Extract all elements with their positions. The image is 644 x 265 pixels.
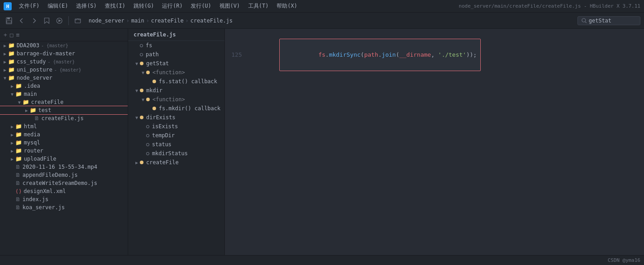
outline-item-tempDir[interactable]: tempDir <box>128 131 224 140</box>
svg-point-16 <box>147 152 149 155</box>
outline-item-getStat-cb[interactable]: fs.stat() callback <box>128 77 224 86</box>
outline-item-mkdir-fn[interactable]: ▼ <function> <box>128 95 224 104</box>
code-fs: fs <box>318 51 326 58</box>
svg-point-15 <box>147 143 149 146</box>
svg-point-9 <box>582 18 586 22</box>
toolbar: node_server › main › createFile › create… <box>0 13 644 29</box>
sidebar-item-xml[interactable]: ⟨⟩ designXml.xml <box>0 187 128 195</box>
outline-item-dirExists[interactable]: ▼ dirExists <box>128 113 224 122</box>
sidebar-label-xml: designXml.xml <box>23 188 66 194</box>
sidebar-item-html[interactable]: ▶ 📁 html <box>0 122 128 130</box>
status-bar-credit: CSDN @yma16 <box>608 257 640 263</box>
breadcrumb-file[interactable]: createFile.js <box>190 18 233 24</box>
sidebar-item-index[interactable]: 🗎 index.js <box>0 195 128 203</box>
tree-arrow-upload: ▶ <box>9 157 15 162</box>
main-layout: + □ ≡ ▶ 📁 DDA2003 - {master} ▶ 📁 barrage… <box>0 29 644 255</box>
branch-badge-uni: - {master} <box>54 67 81 72</box>
outline-item-path[interactable]: path <box>128 50 224 59</box>
menu-edit[interactable]: 编辑(E) <box>44 1 72 11</box>
menu-select[interactable]: 选择(S) <box>72 1 100 11</box>
outline-item-createFile[interactable]: ▶ createFile <box>128 158 224 167</box>
sidebar-item-idea[interactable]: ▶ 📁 .idea <box>0 82 128 90</box>
outline-label-mkdir-cb: fs.mkdir() callback <box>159 105 220 112</box>
sidebar-item-barrage[interactable]: ▶ 📁 barrage-div-master <box>0 49 128 58</box>
tree-arrow-router: ▶ <box>9 148 15 153</box>
menu-publish[interactable]: 发行(U) <box>187 1 215 11</box>
window-title: node_server/main/createFile/createFile.j… <box>459 3 640 9</box>
sidebar-label-uni: uni_posture <box>17 67 52 73</box>
sidebar-item-createfile-dir[interactable]: ▼ 📁 createFile <box>0 98 128 106</box>
sidebar-label-upload: uploadFile <box>24 156 56 162</box>
play-button[interactable] <box>54 15 65 26</box>
sidebar-item-node-server[interactable]: ▼ 📁 node_server <box>0 74 128 82</box>
menu-tools[interactable]: 工具(T) <box>245 1 273 11</box>
tree-arrow-uni: ▶ <box>2 67 8 72</box>
sidebar-item-media[interactable]: ▶ 📁 media <box>0 130 128 139</box>
outline-arrow-createFile: ▶ <box>134 160 140 165</box>
outline-item-isExists[interactable]: isExists <box>128 122 224 131</box>
sidebar-layout-btn[interactable]: □ <box>10 31 13 38</box>
status-bar: CSDN @yma16 <box>0 255 644 265</box>
sidebar-item-koa[interactable]: 🗎 koa_server.js <box>0 203 128 211</box>
sidebar-item-test[interactable]: ▶ 📁 test <box>0 106 128 114</box>
tree-arrow-html: ▶ <box>9 124 15 129</box>
menu-run[interactable]: 运行(R) <box>158 1 186 11</box>
menu-file[interactable]: 文件(F) <box>15 1 43 11</box>
outline-item-mkdir[interactable]: ▼ mkdir <box>128 86 224 95</box>
forward-button[interactable] <box>29 15 40 26</box>
tree-arrow-css: ▶ <box>2 59 8 64</box>
sidebar-item-writestream[interactable]: 🗎 createWriteSreamDemo.js <box>0 179 128 187</box>
sidebar-item-appendfile[interactable]: 🗎 appendFileDemo.js <box>0 171 128 179</box>
code-path: path <box>364 51 378 58</box>
svg-line-10 <box>586 22 587 23</box>
sidebar-item-css-study[interactable]: ▶ 📁 css_study - {master} <box>0 58 128 66</box>
toolbar-search[interactable]: getStat <box>577 16 640 25</box>
outline-item-fs[interactable]: fs <box>128 41 224 50</box>
outline-label-path: path <box>146 51 159 58</box>
bookmark-button[interactable] <box>41 15 52 26</box>
tree-arrow-node: ▼ <box>2 76 8 81</box>
sidebar-item-main[interactable]: ▼ 📁 main <box>0 90 128 98</box>
breadcrumb-node-server[interactable]: node_server <box>89 18 124 24</box>
sidebar-item-router[interactable]: ▶ 📁 router <box>0 147 128 155</box>
folder-icon-node: 📁 <box>8 75 15 81</box>
sidebar-item-createfile-js[interactable]: 🗎 createFile.js <box>0 114 128 122</box>
sidebar-label-createfile: createFile <box>31 99 63 105</box>
outline-item-getStat[interactable]: ▼ getStat <box>128 59 224 68</box>
outline-arrow-getStat: ▼ <box>134 61 140 66</box>
outline-item-mkdirStatus[interactable]: mkdirStatus <box>128 149 224 158</box>
menu-jump[interactable]: 跳转(G) <box>130 1 158 11</box>
sidebar-menu-btn[interactable]: ≡ <box>16 31 20 38</box>
sidebar-add-btn[interactable]: + <box>4 31 7 38</box>
menu-help[interactable]: 帮助(X) <box>273 1 301 11</box>
svg-point-14 <box>147 134 149 137</box>
breadcrumb-main[interactable]: main <box>131 18 144 24</box>
outline-item-mkdir-cb[interactable]: fs.mkdir() callback <box>128 104 224 113</box>
svg-rect-3 <box>7 18 10 19</box>
folder-icon-idea: 📁 <box>15 83 22 89</box>
tree-arrow-mysql: ▶ <box>9 140 15 145</box>
sidebar-item-uni-posture[interactable]: ▶ 📁 uni_posture - {master} <box>0 66 128 74</box>
folder-icon-html: 📁 <box>15 123 22 130</box>
folder-icon-uni: 📁 <box>8 67 15 73</box>
folder-icon-test: 📁 <box>30 107 36 113</box>
sidebar-item-mp4[interactable]: 🗎 2020-11-16 15-55-34.mp4 <box>0 163 128 171</box>
outline-dot-getStat-cb <box>152 80 156 83</box>
back-button[interactable] <box>16 15 27 26</box>
outline-item-getStat-fn[interactable]: ▼ <function> <box>128 68 224 77</box>
code-content-125: fs.mkdirSync(path.join(__dirname, './tes… <box>247 29 481 81</box>
outline-item-status[interactable]: status <box>128 140 224 149</box>
sidebar-label-append: appendFileDemo.js <box>22 172 78 178</box>
save-button[interactable] <box>4 15 14 26</box>
sidebar-label-mysql: mysql <box>24 139 40 146</box>
menu-view[interactable]: 视图(V) <box>216 1 244 11</box>
sidebar-item-uploadfile[interactable]: ▶ 📁 uploadFile <box>0 155 128 163</box>
editor-area[interactable]: 125 fs.mkdirSync(path.join(__dirname, '.… <box>225 29 644 255</box>
folder-nav-button[interactable] <box>72 15 83 26</box>
menu-find[interactable]: 查找(I) <box>101 1 129 11</box>
code-join: join <box>382 51 396 58</box>
outline-label-status: status <box>152 141 171 148</box>
sidebar-item-mysql[interactable]: ▶ 📁 mysql <box>0 139 128 147</box>
sidebar-item-dda2003[interactable]: ▶ 📁 DDA2003 - {master} <box>0 41 128 49</box>
breadcrumb-createfile[interactable]: createFile <box>151 18 183 24</box>
